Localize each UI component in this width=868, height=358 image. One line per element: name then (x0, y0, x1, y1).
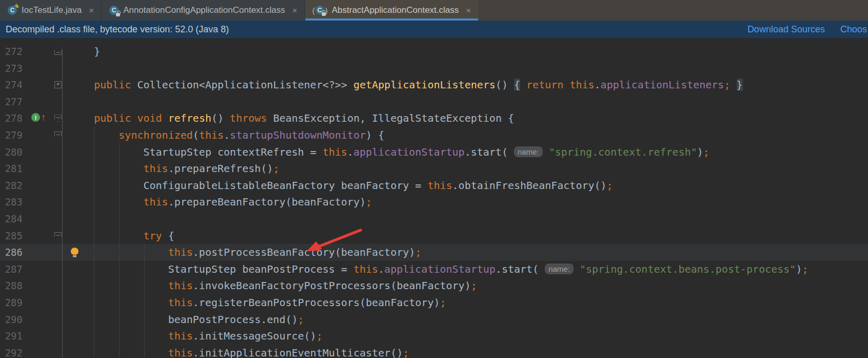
code-token: .registerBeanPostProcessors(beanFactory) (193, 296, 440, 309)
code-token: this (168, 347, 193, 358)
fold-toggle-icon[interactable]: − (54, 48, 62, 55)
parameter-name-hint: name: (514, 146, 543, 157)
code-token: ; (724, 79, 730, 91)
code-token: .invokeBeanFactoryPostProcessors(beanFac… (193, 279, 471, 292)
code-text: public Collection<ApplicationListener<?>… (69, 77, 743, 93)
line-number[interactable]: 286 (0, 244, 23, 261)
code-line-291[interactable]: 291 this.initMessageSource(); (0, 328, 868, 345)
close-tab-icon[interactable]: × (292, 6, 298, 15)
line-number[interactable]: 272 (0, 43, 23, 60)
code-token: ; (298, 313, 304, 326)
code-text: this.prepareBeanFactory(beanFactory); (69, 194, 372, 211)
code-line-281[interactable]: 281 this.prepareRefresh(); (0, 160, 868, 177)
line-number[interactable]: 280 (0, 144, 23, 161)
code-line-278[interactable]: 278I↑− public void refresh() throws Bean… (0, 110, 868, 127)
code-token: applicationStartup (384, 263, 496, 275)
fold-toggle-icon[interactable]: − (54, 232, 62, 239)
code-lines: 272− }273274+ public Collection<Applicat… (0, 43, 868, 358)
code-token: BeansException, IllegalStateException { (267, 112, 514, 124)
code-token (69, 246, 168, 258)
line-number[interactable]: 281 (0, 160, 23, 177)
code-token: .prepareRefresh() (168, 162, 273, 175)
line-number[interactable]: 292 (0, 345, 23, 358)
override-marker[interactable]: I↑ (31, 113, 46, 122)
code-line-286[interactable]: 286 this.postProcessBeanFactory(beanFact… (0, 244, 868, 261)
code-line-290[interactable]: 290 beanPostProcess.end(); (0, 311, 868, 328)
line-number[interactable]: 282 (0, 177, 23, 194)
java-class-icon: C (7, 5, 17, 15)
line-number[interactable]: 289 (0, 294, 23, 311)
code-token (69, 279, 168, 292)
code-line-274[interactable]: 274+ public Collection<ApplicationListen… (0, 77, 868, 93)
fold-toggle-icon[interactable]: − (54, 131, 62, 139)
code-token: StartupStep beanPostProcess = (69, 263, 353, 275)
close-tab-icon[interactable]: × (89, 6, 94, 15)
code-token (730, 79, 736, 91)
code-token: synchronized (119, 129, 193, 141)
code-line-287[interactable]: 287 StartupStep beanPostProcess = this.a… (0, 261, 868, 278)
line-number[interactable]: 285 (0, 228, 23, 244)
download-sources-link[interactable]: Download Sources (747, 24, 825, 35)
line-number[interactable]: 273 (0, 60, 23, 77)
code-line-279[interactable]: 279− synchronized(this.startupShutdownMo… (0, 127, 868, 144)
code-token: ) (796, 263, 802, 275)
code-token: .prepareBeanFactory(beanFactory) (168, 196, 366, 208)
tab-abstractapplicationcontext-class[interactable]: ( C ) AbstractApplicationContext.class × (305, 0, 479, 21)
code-line-273[interactable]: 273 (0, 60, 868, 77)
code-text: StartupStep beanPostProcess = this.appli… (69, 261, 808, 278)
code-token: .start( (496, 263, 545, 275)
code-line-292[interactable]: 292 this.initApplicationEventMulticaster… (0, 345, 868, 358)
code-text: this.postProcessBeanFactory(beanFactory)… (69, 244, 421, 261)
code-token: this (323, 146, 347, 158)
line-number[interactable]: 278 (0, 110, 23, 127)
code-line-288[interactable]: 288 this.invokeBeanFactoryPostProcessors… (0, 277, 868, 294)
code-text: public void refresh() throws BeansExcept… (69, 110, 514, 127)
line-number[interactable]: 279 (0, 127, 23, 144)
tab-ioctestlife-java[interactable]: C IocTestLife.java × (0, 0, 102, 21)
code-token: refresh (168, 112, 211, 124)
line-number[interactable]: 287 (0, 261, 23, 278)
parameter-name-hint: name: (545, 263, 574, 274)
line-number[interactable]: 274 (0, 77, 23, 93)
code-line-272[interactable]: 272− } (0, 43, 868, 60)
decompiled-file-banner: Decompiled .class file, bytecode version… (0, 21, 868, 38)
code-text: this.initApplicationEventMulticaster(); (69, 345, 409, 358)
code-text: this.registerBeanPostProcessors(beanFact… (69, 294, 446, 311)
code-token: this (168, 246, 193, 258)
code-line-289[interactable]: 289 this.registerBeanPostProcessors(bean… (0, 294, 868, 311)
code-line-283[interactable]: 283 this.prepareBeanFactory(beanFactory)… (0, 194, 868, 211)
code-token: throws (230, 112, 267, 124)
intention-bulb-icon[interactable] (71, 248, 78, 257)
code-token: .start( (465, 146, 514, 158)
code-line-284[interactable]: 284 (0, 211, 868, 228)
code-token: ; (366, 196, 372, 208)
line-number[interactable]: 290 (0, 311, 23, 328)
fold-toggle-icon[interactable]: + (54, 81, 62, 88)
line-number[interactable]: 291 (0, 328, 23, 345)
tab-annotationconfigapplicationcontext-class[interactable]: C AnnotationConfigApplicationContext.cla… (102, 0, 305, 21)
line-number[interactable]: 283 (0, 194, 23, 211)
overrides-up-arrow-icon[interactable]: ↑ (41, 113, 46, 122)
code-token: getApplicationListeners (353, 79, 496, 91)
code-token (69, 347, 168, 358)
folded-brace: } (737, 79, 743, 91)
code-line-285[interactable]: 285− try { (0, 228, 868, 244)
code-line-277[interactable]: 277 (0, 93, 868, 110)
code-token (574, 263, 580, 275)
line-number[interactable]: 277 (0, 93, 23, 110)
code-token: this (144, 162, 168, 175)
close-tab-icon[interactable]: × (466, 6, 471, 15)
implement-marker-icon[interactable]: I (31, 113, 40, 122)
code-text: this.initMessageSource(); (69, 328, 323, 345)
code-editor[interactable]: 272− }273274+ public Collection<Applicat… (0, 38, 868, 358)
code-line-282[interactable]: 282 ConfigurableListableBeanFactory bean… (0, 177, 868, 194)
line-number[interactable]: 284 (0, 211, 23, 228)
line-number[interactable]: 288 (0, 277, 23, 294)
code-text: synchronized(this.startupShutdownMonitor… (69, 127, 384, 144)
code-line-280[interactable]: 280 StartupStep contextRefresh = this.ap… (0, 144, 868, 161)
code-token (69, 330, 168, 342)
fold-toggle-icon[interactable]: − (54, 115, 62, 122)
choose-sources-link[interactable]: Choos (840, 24, 867, 35)
code-token: . (595, 79, 601, 91)
tab-label: AnnotationConfigApplicationContext.class (123, 5, 285, 15)
